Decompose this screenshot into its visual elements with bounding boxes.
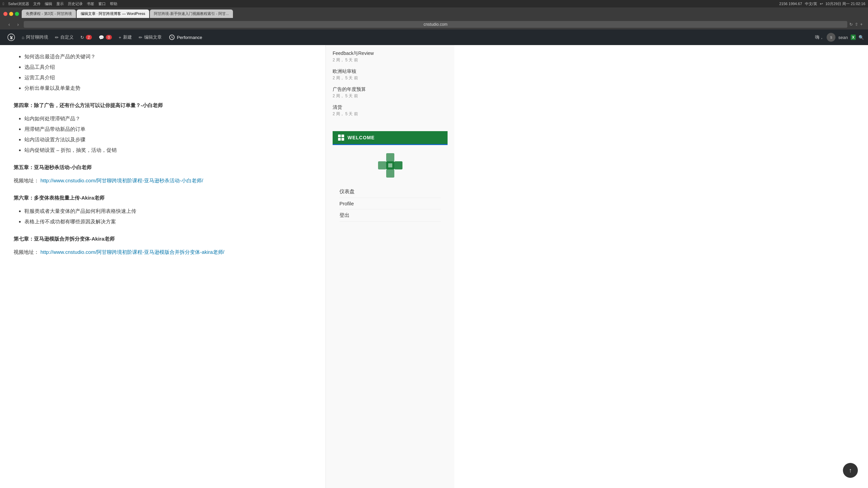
recent-item-time-2: 2 周， 5 天 前 (333, 75, 448, 81)
grid-cell-2 (341, 135, 344, 137)
new-label: 新建 (123, 34, 132, 40)
chapter5-video-link[interactable]: http://www.cnstudio.com/阿甘聊跨境初阶课程-亚马逊秒杀活… (40, 178, 203, 183)
menu-view[interactable]: 显示 (56, 1, 64, 6)
recent-item-time-4: 2 周， 5 天 前 (333, 111, 448, 117)
welcome-widget: WELCOME 仪 (333, 131, 448, 227)
chapter5-video-row: 视频地址： http://www.cnstudio.com/阿甘聊跨境初阶课程-… (14, 176, 312, 185)
recent-item-1: Feedback与Review 2 周， 5 天 前 (333, 50, 448, 63)
apple-icon[interactable]:  (3, 2, 4, 6)
wp-admin-bar: ⌂ 阿甘聊跨境 ✏ 自定义 ↻ 2 💬 0 + 新建 ✏ 编辑文章 Perfor… (0, 29, 868, 45)
welcome-logo-svg (377, 152, 404, 179)
avatar[interactable]: s (827, 33, 835, 42)
revisions-item[interactable]: ↻ 2 (77, 29, 95, 45)
fullscreen-btn[interactable] (15, 12, 19, 16)
macos-menubar:  Safari浏览器 文件 编辑 显示 历史记录 书签 窗口 帮助 2156 … (0, 0, 868, 7)
customize-icon: ✏ (55, 35, 59, 40)
grid-cell-4 (341, 138, 344, 141)
reload-icon[interactable]: ↻ (849, 22, 853, 27)
welcome-label: WELCOME (348, 135, 375, 140)
user-area: 嗨， s sean X 🔍 (815, 33, 864, 42)
list-item: 用滞销产品带动新品的订单 (24, 124, 312, 134)
list-item: 分析出单量以及单量走势 (24, 83, 312, 93)
house-icon: ⌂ (22, 35, 24, 40)
browser-tab-2[interactable]: 编辑文章 · 阿甘跨境博客 — WordPress (77, 9, 149, 18)
list-item: 表格上传不成功都有哪些原因及解决方案 (24, 217, 312, 226)
excel-icon[interactable]: X (851, 35, 856, 40)
list-item: 知何选出最适合产品的关键词？ (24, 52, 312, 61)
revision-badge: 2 (86, 35, 92, 40)
recent-item-title-2[interactable]: 欧洲站审核 (333, 68, 448, 75)
url-bar[interactable]: cnstudio.com (24, 21, 847, 28)
video-prefix-5: 视频地址： (14, 178, 39, 183)
recent-item-title-1[interactable]: Feedback与Review (333, 50, 448, 57)
edit-post-item[interactable]: ✏ 编辑文章 (135, 29, 165, 45)
browser-tab-1[interactable]: 免费课程 - 第3页 - 阿甘跨境 (22, 9, 76, 18)
search-icon[interactable]: 🔍 (859, 35, 864, 40)
site-name-label: 阿甘聊跨境 (26, 34, 48, 40)
svg-rect-0 (386, 153, 394, 161)
url-text: cnstudio.com (423, 22, 448, 27)
svg-rect-7 (388, 165, 390, 167)
menu-item-profile[interactable]: Profile (339, 198, 441, 209)
comments-icon: 💬 (99, 35, 104, 40)
comment-badge: 0 (106, 35, 112, 40)
comments-item[interactable]: 💬 0 (95, 29, 115, 45)
menu-window[interactable]: 窗口 (98, 1, 106, 6)
recent-item-2: 欧洲站审核 2 周， 5 天 前 (333, 68, 448, 81)
recent-item-title-3[interactable]: 广告的年度预算 (333, 86, 448, 93)
recent-item-3: 广告的年度预算 2 周， 5 天 前 (333, 86, 448, 99)
scroll-top-button[interactable]: ↑ (843, 463, 858, 478)
menu-help[interactable]: 帮助 (110, 1, 117, 6)
svg-rect-2 (394, 161, 402, 169)
site-name-item[interactable]: ⌂ 阿甘聊跨境 (18, 29, 52, 45)
revisions-icon: ↻ (80, 35, 84, 40)
add-tab-icon[interactable]: + (860, 22, 863, 27)
datetime: 10月29日 周一 21:02:16 (826, 1, 865, 6)
recent-item-title-4[interactable]: 清货 (333, 104, 448, 110)
wp-logo-item[interactable] (4, 29, 18, 45)
performance-item[interactable]: Performance (165, 29, 205, 45)
scroll-top-icon: ↑ (849, 467, 852, 474)
chapter4-list: 站内如何处理滞销产品？ 用滞销产品带动新品的订单 站内活动设置方法以及步骤 站内… (24, 114, 312, 155)
macos-status-right: 2156 1994.67 中文/英 ↩ 10月29日 周一 21:02:16 (779, 1, 865, 6)
new-item[interactable]: + 新建 (115, 29, 135, 45)
welcome-logo-area (333, 145, 448, 186)
browser-chrome: 免费课程 - 第3页 - 阿甘跨境 编辑文章 · 阿甘跨境博客 — WordPr… (0, 7, 868, 29)
welcome-grid-icon (338, 135, 344, 141)
system-stats: 2156 1994.67 (779, 2, 802, 6)
list-item: 选品工具介绍 (24, 62, 312, 72)
menu-history[interactable]: 历史记录 (68, 1, 83, 6)
username-label[interactable]: sean (838, 35, 848, 40)
customize-label: 自定义 (60, 34, 74, 40)
menu-item-logout[interactable]: 登出 (339, 209, 441, 222)
wifi-icon: ↩ (820, 2, 823, 6)
chapter7-video-link[interactable]: http://www.cnstudio.com/阿甘聊跨境初阶课程-亚马逊模版合… (40, 249, 224, 255)
svg-rect-1 (378, 161, 386, 169)
menu-item-dashboard[interactable]: 仪表盘 (339, 186, 441, 198)
input-method: 中文/英 (805, 1, 817, 6)
browser-tab-3[interactable]: 阿甘跨境-新手快速入门视频教程索引 - 阿甘... (150, 9, 233, 18)
chapter6-list: 鞋服类或者大量变体的产品如何利用表格快速上传 表格上传不成功都有哪些原因及解决方… (24, 206, 312, 226)
recent-item-time-3: 2 周， 5 天 前 (333, 93, 448, 99)
minimize-btn[interactable] (9, 12, 13, 16)
list-item: 运营工具介绍 (24, 73, 312, 82)
menu-bookmarks[interactable]: 书签 (87, 1, 94, 6)
menu-file[interactable]: 文件 (33, 1, 41, 6)
share-icon[interactable]: ⇧ (855, 22, 858, 27)
browser-tabs: 免费课程 - 第3页 - 阿甘跨境 编辑文章 · 阿甘跨境博客 — WordPr… (22, 9, 233, 18)
welcome-menu-items: 仪表盘 Profile 登出 (333, 186, 448, 227)
menu-edit[interactable]: 编辑 (45, 1, 52, 6)
close-btn[interactable] (3, 12, 7, 16)
browser-action-icons: ↻ ⇧ + (849, 22, 863, 27)
browser-nav: ‹ › (5, 21, 22, 28)
svg-rect-8 (390, 165, 392, 167)
recent-item-time-1: 2 周， 5 天 前 (333, 57, 448, 63)
forward-btn[interactable]: › (14, 21, 22, 28)
back-btn[interactable]: ‹ (5, 21, 13, 28)
customize-item[interactable]: ✏ 自定义 (52, 29, 77, 45)
sidebar: Feedback与Review 2 周， 5 天 前 欧洲站审核 2 周， 5 … (326, 45, 454, 488)
recent-item-4: 清货 2 周， 5 天 前 (333, 104, 448, 117)
user-greeting: 嗨， (815, 34, 824, 40)
sidebar-recent: Feedback与Review 2 周， 5 天 前 欧洲站审核 2 周， 5 … (326, 45, 454, 128)
app-name[interactable]: Safari浏览器 (8, 1, 29, 6)
